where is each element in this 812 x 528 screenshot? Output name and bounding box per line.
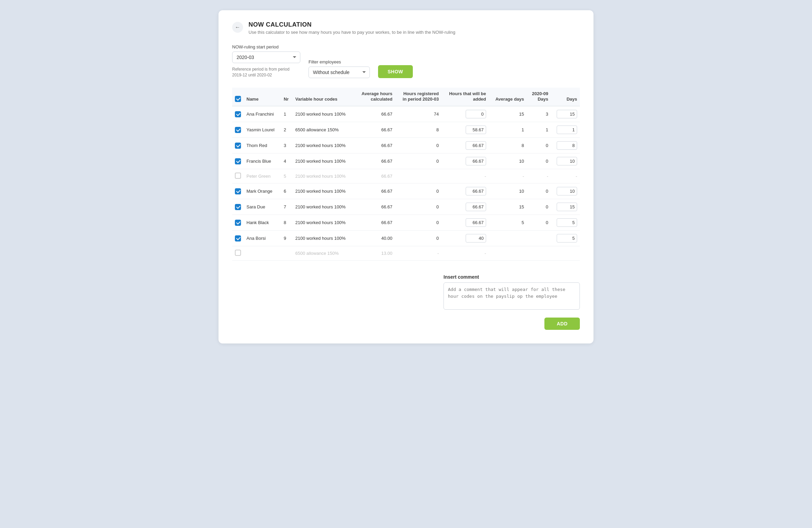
row-hours-reg: 0 — [395, 215, 441, 231]
period-select[interactable]: 2020-03 2020-01 2020-02 2020-04 — [232, 52, 300, 63]
days-input[interactable] — [557, 203, 577, 211]
col-name: Name — [244, 88, 281, 106]
days-input[interactable] — [557, 126, 577, 134]
row-nr: 4 — [281, 154, 292, 169]
row-hours-reg: 0 — [395, 231, 441, 246]
table-row: Thom Red32100 worked hours 100%66.67080 — [232, 138, 580, 154]
row-checkbox[interactable] — [235, 236, 241, 242]
row-name: Sara Due — [244, 199, 281, 215]
row-avg-hours: 66.67 — [354, 215, 395, 231]
comment-box: Insert comment — [444, 274, 580, 311]
row-name: Thom Red — [244, 138, 281, 154]
hours-added-input[interactable] — [466, 141, 486, 150]
row-checkbox-cell — [232, 199, 244, 215]
row-hours-added — [441, 154, 489, 169]
period-filter-group: NOW-ruling start period 2020-03 2020-01 … — [232, 44, 300, 78]
row-codes: 2100 worked hours 100% — [292, 138, 354, 154]
row-avg-days: 15 — [489, 106, 527, 122]
row-nr: 8 — [281, 215, 292, 231]
add-button[interactable]: ADD — [545, 317, 580, 330]
days-input[interactable] — [557, 110, 577, 118]
row-checkbox[interactable] — [235, 111, 241, 117]
col-hours-added: Hours that will beadded — [441, 88, 489, 106]
row-nr: 5 — [281, 169, 292, 184]
row-name: Ana Borsi — [244, 231, 281, 246]
days-input[interactable] — [557, 234, 577, 243]
row-2009-days: 0 — [527, 138, 551, 154]
hours-added-input[interactable] — [466, 157, 486, 166]
row-name: Yasmin Lourel — [244, 122, 281, 138]
row-checkbox-cell — [232, 122, 244, 138]
row-checkbox[interactable] — [235, 173, 241, 179]
row-name: Mark Orange — [244, 184, 281, 199]
filters-bar: NOW-ruling start period 2020-03 2020-01 … — [232, 44, 580, 78]
days-input[interactable] — [557, 218, 577, 227]
hours-added-input[interactable] — [466, 110, 486, 118]
row-avg-hours: 66.67 — [354, 122, 395, 138]
row-nr: 9 — [281, 231, 292, 246]
row-days — [551, 231, 580, 246]
row-nr — [281, 246, 292, 261]
row-checkbox[interactable] — [235, 220, 241, 226]
hours-added-input[interactable] — [466, 218, 486, 227]
row-checkbox[interactable] — [235, 127, 241, 133]
days-input[interactable] — [557, 157, 577, 166]
row-name: Hank Black — [244, 215, 281, 231]
row-days — [551, 199, 580, 215]
row-hours-reg: - — [395, 246, 441, 261]
row-days: - — [551, 169, 580, 184]
row-nr: 2 — [281, 122, 292, 138]
header-text: NOW CALCULATION Use this calculator to s… — [248, 21, 455, 35]
row-hours-added — [441, 184, 489, 199]
row-codes: 2100 worked hours 100% — [292, 169, 354, 184]
row-checkbox-cell — [232, 215, 244, 231]
row-checkbox[interactable] — [235, 250, 241, 256]
table-row: Yasmin Lourel26500 allowance 150%66.6781… — [232, 122, 580, 138]
select-all-checkbox[interactable] — [235, 96, 241, 102]
days-input[interactable] — [557, 141, 577, 150]
row-2009-days: 1 — [527, 122, 551, 138]
row-days — [551, 184, 580, 199]
row-hours-reg: 0 — [395, 138, 441, 154]
row-hours-reg: 74 — [395, 106, 441, 122]
employee-select[interactable]: Without schedule All employees With sche… — [308, 67, 370, 78]
row-avg-hours: 40.00 — [354, 231, 395, 246]
row-checkbox[interactable] — [235, 143, 241, 149]
back-button[interactable]: ← — [232, 22, 243, 33]
table-row: Ana Borsi92100 worked hours 100%40.000 — [232, 231, 580, 246]
days-input[interactable] — [557, 187, 577, 196]
row-avg-days: 8 — [489, 138, 527, 154]
row-checkbox[interactable] — [235, 188, 241, 195]
col-hours-reg: Hours registeredin period 2020-03 — [395, 88, 441, 106]
row-checkbox[interactable] — [235, 158, 241, 165]
row-hours-reg: 0 — [395, 154, 441, 169]
table-header-row: Name Nr Variable hour codes Average hour… — [232, 88, 580, 106]
row-checkbox[interactable] — [235, 204, 241, 210]
row-hours-added — [441, 138, 489, 154]
row-avg-hours: 66.67 — [354, 169, 395, 184]
hours-added-input[interactable] — [466, 126, 486, 134]
col-2009: 2020-09Days — [527, 88, 551, 106]
col-avg-days: Average days — [489, 88, 527, 106]
hours-added-input[interactable] — [466, 187, 486, 196]
row-codes: 6500 allowance 150% — [292, 122, 354, 138]
hours-added-input[interactable] — [466, 234, 486, 243]
row-codes: 2100 worked hours 100% — [292, 106, 354, 122]
comment-section: Insert comment ADD — [232, 274, 580, 330]
header-checkbox-cell — [232, 88, 244, 106]
row-nr: 6 — [281, 184, 292, 199]
hours-added-input[interactable] — [466, 203, 486, 211]
col-days: Days — [551, 88, 580, 106]
row-checkbox-cell — [232, 184, 244, 199]
row-hours-added — [441, 122, 489, 138]
row-days — [551, 215, 580, 231]
row-days — [551, 138, 580, 154]
show-button[interactable]: SHOW — [378, 65, 413, 78]
row-avg-days — [489, 231, 527, 246]
row-checkbox-cell — [232, 138, 244, 154]
row-name: Francis Blue — [244, 154, 281, 169]
comment-textarea[interactable] — [444, 282, 580, 310]
row-avg-days — [489, 246, 527, 261]
row-2009-days: 3 — [527, 106, 551, 122]
employees-table: Name Nr Variable hour codes Average hour… — [232, 88, 580, 261]
